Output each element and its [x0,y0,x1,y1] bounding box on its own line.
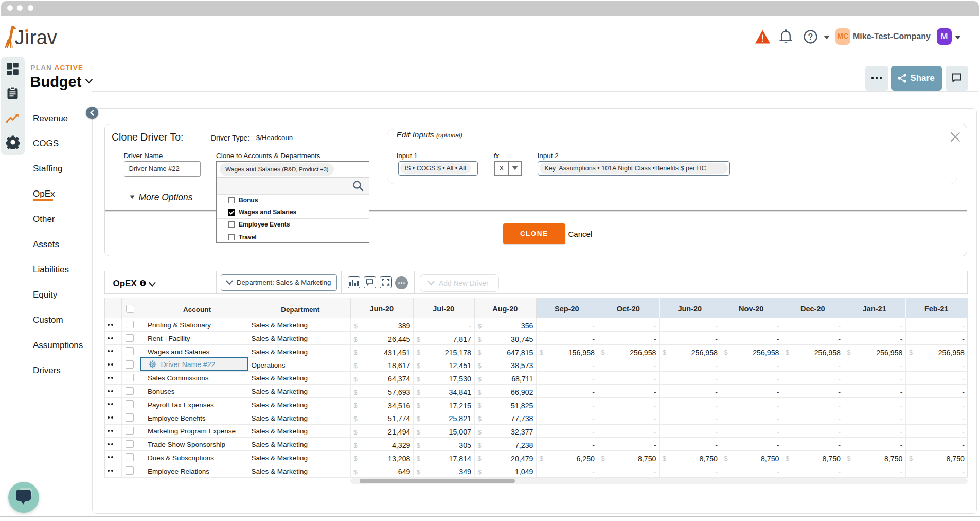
svg-text:?: ? [808,32,813,41]
